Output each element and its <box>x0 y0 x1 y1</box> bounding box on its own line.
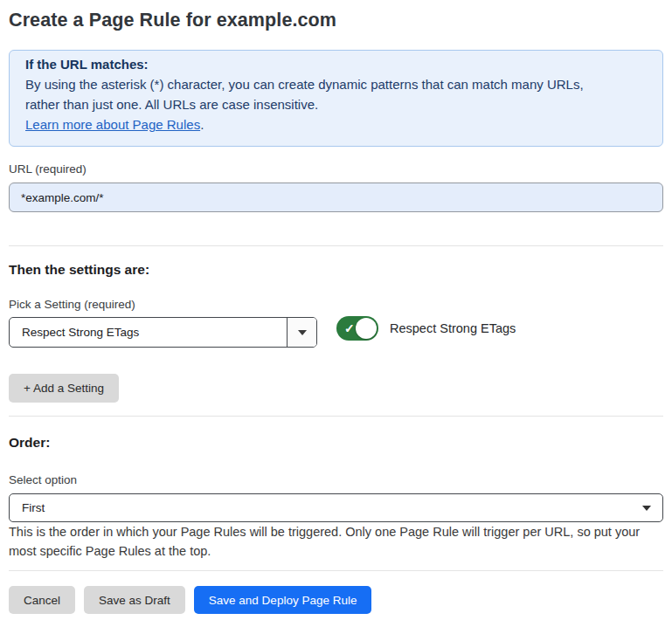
setting-select[interactable]: Respect Strong ETags <box>9 317 317 348</box>
divider <box>9 416 663 417</box>
setting-toggle[interactable]: ✓ <box>336 316 378 341</box>
learn-more-link[interactable]: Learn more about Page Rules <box>25 117 200 132</box>
info-box-text-line1: By using the asterisk (*) character, you… <box>25 74 647 94</box>
url-input[interactable] <box>9 183 663 212</box>
toggle-label: Respect Strong ETags <box>390 321 516 335</box>
info-box-text-line2: rather than just one. All URLs are case … <box>25 94 647 114</box>
chevron-down-icon <box>298 330 307 335</box>
footer-actions: Cancel Save as Draft Save and Deploy Pag… <box>9 586 663 614</box>
page-title: Create a Page Rule for example.com <box>9 0 663 31</box>
url-match-info-box: If the URL matches: By using the asteris… <box>9 50 663 147</box>
order-help-text: This is the order in which your Page Rul… <box>9 523 663 561</box>
chevron-down-icon <box>642 506 651 511</box>
select-option-label: Select option <box>9 472 663 487</box>
toggle-knob <box>356 318 377 339</box>
pick-setting-label: Pick a Setting (required) <box>9 297 663 312</box>
create-page-rule-form: Create a Page Rule for example.com If th… <box>0 0 672 614</box>
cancel-button[interactable]: Cancel <box>9 586 75 614</box>
order-select[interactable]: First <box>9 493 663 522</box>
check-icon: ✓ <box>344 322 355 334</box>
order-section-heading: Order: <box>9 434 663 451</box>
url-label: URL (required) <box>9 162 663 176</box>
link-suffix: . <box>200 117 204 132</box>
info-box-heading: If the URL matches: <box>25 54 647 74</box>
setting-toggle-group: ✓ Respect Strong ETags <box>336 316 516 341</box>
settings-section-heading: Then the settings are: <box>9 261 663 278</box>
add-setting-button[interactable]: + Add a Setting <box>9 374 119 403</box>
divider <box>9 245 663 246</box>
settings-row: Respect Strong ETags ✓ Respect Strong ET… <box>9 317 663 348</box>
divider <box>9 570 663 571</box>
order-select-value: First <box>10 501 45 514</box>
save-deploy-button[interactable]: Save and Deploy Page Rule <box>194 586 372 614</box>
save-draft-button[interactable]: Save as Draft <box>84 586 185 614</box>
setting-select-arrow-button[interactable] <box>287 318 316 347</box>
setting-select-value: Respect Strong ETags <box>10 326 139 339</box>
